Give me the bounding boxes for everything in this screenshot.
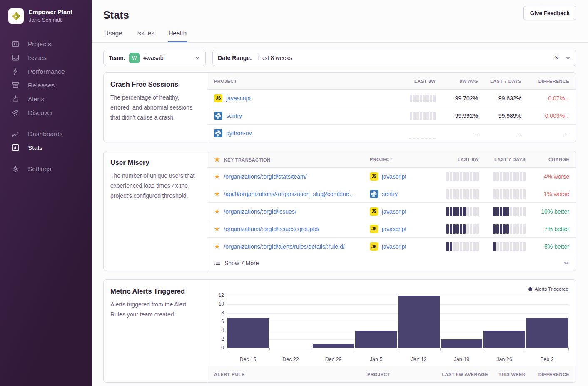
table-row: ★/organizations/:orgId/alerts/rules/deta… bbox=[207, 238, 576, 255]
bar[interactable] bbox=[441, 339, 483, 348]
bar[interactable] bbox=[398, 296, 440, 348]
sidebar-item-releases[interactable]: Releases bbox=[0, 78, 92, 92]
x-tick bbox=[483, 348, 483, 350]
y-axis-label: 10 bbox=[214, 301, 224, 307]
table-row: ★/organizations/:orgId/stats/team/JSjava… bbox=[207, 168, 576, 185]
star-icon[interactable]: ★ bbox=[214, 191, 220, 197]
difference-value: – bbox=[566, 130, 569, 137]
chart-x-labels: Dec 15Dec 22Dec 29Jan 5Jan 12Jan 19Jan 2… bbox=[227, 356, 568, 362]
date-range-label: Date Range: bbox=[218, 55, 252, 61]
sidebar-item-stats[interactable]: Stats bbox=[0, 141, 92, 154]
change-value: 10% better bbox=[541, 208, 569, 215]
alerts-icon bbox=[12, 95, 20, 103]
sidebar-item-alerts[interactable]: Alerts bbox=[0, 92, 92, 106]
star-icon[interactable]: ★ bbox=[214, 173, 220, 180]
org-logo-icon bbox=[8, 8, 24, 24]
chevron-down-icon bbox=[563, 260, 569, 266]
change-value: 5% better bbox=[544, 243, 569, 250]
javascript-platform-icon: JS bbox=[370, 225, 378, 233]
releases-icon bbox=[12, 81, 20, 89]
user-misery-table: ★KEY TRANSACTIONPROJECTLAST 8WLAST 7 DAY… bbox=[207, 151, 576, 271]
project-link[interactable]: javascript bbox=[226, 95, 251, 102]
metric-value: – bbox=[518, 130, 521, 137]
bar[interactable] bbox=[227, 318, 269, 349]
javascript-platform-icon: JS bbox=[370, 172, 378, 181]
settings-icon bbox=[12, 165, 20, 173]
sparkline bbox=[446, 207, 479, 216]
transaction-link[interactable]: /organizations/:orgId/alerts/rules/detai… bbox=[224, 243, 344, 250]
project-link[interactable]: python-ov bbox=[226, 130, 252, 137]
tab-issues[interactable]: Issues bbox=[135, 30, 155, 42]
page-title: Stats bbox=[103, 9, 576, 21]
project-link[interactable]: javascript bbox=[382, 173, 406, 180]
project-link[interactable]: javascript bbox=[382, 226, 406, 232]
crash-free-table-body: JSjavascript99.702%99.632%0.07% ↓sentry9… bbox=[207, 90, 576, 142]
crash-free-sessions-panel: Crash Free Sessions The percentage of he… bbox=[103, 72, 576, 142]
x-axis-label: Dec 15 bbox=[227, 356, 269, 362]
transaction-link[interactable]: /api/0/organizations/{organization_slug}… bbox=[224, 191, 355, 197]
project-link[interactable]: sentry bbox=[226, 112, 242, 119]
clear-date-icon[interactable]: × bbox=[552, 54, 561, 62]
bar[interactable] bbox=[313, 344, 354, 349]
project-link[interactable]: javascript bbox=[382, 208, 406, 215]
table-row: ★/api/0/organizations/{organization_slug… bbox=[207, 185, 576, 203]
user-name: Jane Schmidt bbox=[29, 17, 72, 23]
project-link[interactable]: sentry bbox=[382, 191, 398, 197]
column-header: DIFFERENCE bbox=[538, 79, 569, 84]
user-misery-description: The number of unique users that experien… bbox=[110, 171, 200, 201]
sparkline bbox=[410, 112, 436, 120]
org-switcher[interactable]: Empower Plant Jane Schmidt bbox=[0, 0, 92, 24]
team-select[interactable]: Team: W #wasabi bbox=[103, 50, 206, 66]
column-header: DIFFERENCE bbox=[538, 372, 569, 377]
x-axis-label: Jan 12 bbox=[398, 356, 441, 362]
table-row: ★/organizations/:orgId/issues/JSjavascri… bbox=[207, 203, 576, 220]
star-icon[interactable]: ★ bbox=[214, 208, 220, 215]
bar-slot bbox=[440, 296, 483, 348]
alerts-chart: Alerts Triggered Dec 15Dec 22Dec 29Jan 5… bbox=[207, 280, 576, 366]
tab-usage[interactable]: Usage bbox=[103, 30, 123, 42]
crash-free-description: The percentage of healthy, errored, and … bbox=[110, 93, 200, 122]
sidebar-item-label: Performance bbox=[28, 68, 65, 75]
show-more-button[interactable]: Show 7 More bbox=[207, 255, 576, 271]
y-axis-label: 0 bbox=[214, 345, 224, 351]
sidebar-item-projects[interactable]: Projects bbox=[0, 37, 92, 51]
y-axis-label: 4 bbox=[214, 327, 224, 333]
team-avatar: W bbox=[129, 53, 140, 63]
discover-icon bbox=[12, 109, 20, 117]
transaction-link[interactable]: /organizations/:orgId/stats/team/ bbox=[224, 173, 306, 180]
bar[interactable] bbox=[526, 318, 568, 349]
metric-value: 99.989% bbox=[498, 112, 521, 119]
sidebar-item-dashboards[interactable]: Dashboards bbox=[0, 127, 92, 141]
sidebar-item-performance[interactable]: Performance bbox=[0, 65, 92, 78]
metric-value: 99.702% bbox=[455, 95, 478, 102]
org-name: Empower Plant bbox=[29, 8, 72, 16]
javascript-platform-icon: JS bbox=[214, 94, 222, 102]
list-icon bbox=[214, 260, 220, 266]
sidebar-item-settings[interactable]: Settings bbox=[0, 162, 92, 176]
sparkline bbox=[446, 242, 479, 251]
tab-health[interactable]: Health bbox=[168, 30, 187, 42]
sparkline bbox=[493, 207, 526, 216]
star-icon[interactable]: ★ bbox=[214, 226, 220, 232]
bars bbox=[227, 296, 568, 348]
sidebar-item-issues[interactable]: Issues bbox=[0, 51, 92, 65]
give-feedback-button[interactable]: Give Feedback bbox=[523, 6, 576, 20]
bar[interactable] bbox=[483, 331, 525, 348]
transaction-link[interactable]: /organizations/:orgId/issues/:groupId/ bbox=[224, 226, 319, 232]
sidebar-item-label: Projects bbox=[28, 40, 51, 48]
projects-icon bbox=[12, 40, 20, 48]
date-range-select[interactable]: Date Range: Last 8 weeks × bbox=[212, 50, 576, 66]
bar[interactable] bbox=[355, 331, 397, 348]
sidebar-item-discover[interactable]: Discover bbox=[0, 106, 92, 120]
user-misery-panel: User Misery The number of unique users t… bbox=[103, 151, 576, 271]
bar-slot bbox=[312, 296, 355, 348]
metric-value: 99.632% bbox=[498, 95, 521, 102]
x-axis-label: Dec 22 bbox=[269, 356, 312, 362]
star-icon[interactable]: ★ bbox=[214, 243, 220, 250]
bar-slot bbox=[355, 296, 398, 348]
project-link[interactable]: javascript bbox=[382, 243, 406, 250]
y-axis-label: 12 bbox=[214, 292, 224, 298]
transaction-link[interactable]: /organizations/:orgId/issues/ bbox=[224, 208, 296, 215]
x-tick bbox=[398, 348, 398, 350]
chart-plot-area bbox=[227, 296, 568, 348]
